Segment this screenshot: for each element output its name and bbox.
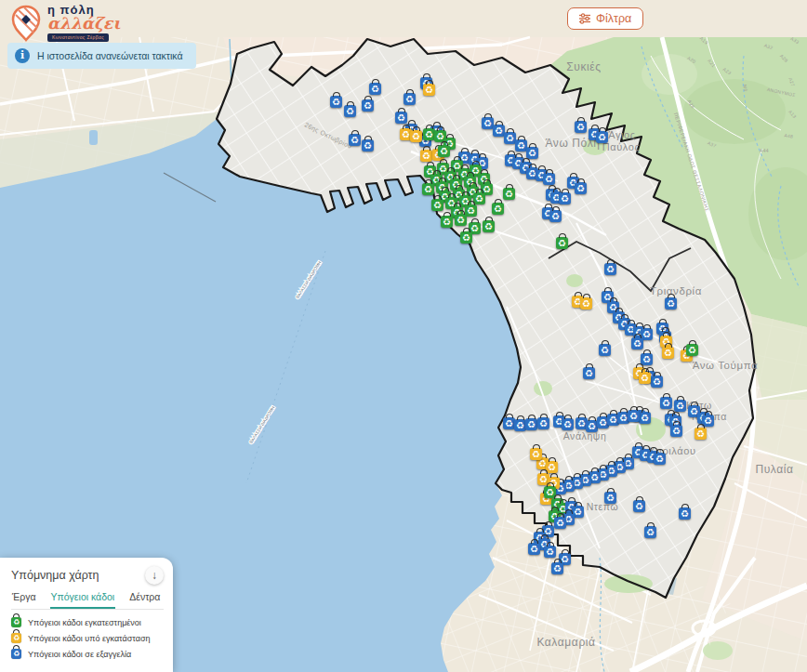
bin-marker-announced[interactable]: ♻	[596, 131, 608, 143]
bin-installed-icon: ♻	[11, 617, 21, 627]
bin-marker-announced[interactable]: ♻	[525, 418, 537, 430]
info-icon: i	[15, 48, 30, 63]
bin-marker-announced[interactable]: ♻	[543, 173, 555, 185]
tab-dentra[interactable]: Δέντρα	[128, 591, 161, 609]
bin-marker-announced[interactable]: ♻	[641, 353, 653, 365]
bin-marker-installed[interactable]: ♻	[460, 231, 472, 244]
bin-marker-announced[interactable]: ♻	[559, 192, 571, 204]
bin-marker-installed[interactable]: ♻	[556, 237, 568, 249]
bin-marker-installed[interactable]: ♻	[483, 220, 495, 232]
filters-button[interactable]: Φίλτρα	[567, 7, 643, 30]
bin-marker-announced[interactable]: ♻	[670, 425, 682, 437]
bin-marker-announced[interactable]: ♻	[604, 263, 616, 275]
bin-marker-installed[interactable]: ♻	[455, 214, 467, 226]
bin-marker-announced[interactable]: ♻	[369, 83, 381, 95]
logo-pin-icon	[9, 4, 43, 46]
bin-marker-announced[interactable]: ♻	[554, 517, 566, 529]
bin-marker-under-installation[interactable]: ♻	[530, 448, 542, 460]
info-banner-text: Η ιστοσελίδα ανανεώνεται τακτικά	[37, 50, 183, 61]
bin-marker-under-installation[interactable]: ♻	[695, 428, 707, 440]
bin-marker-announced[interactable]: ♻	[654, 453, 666, 465]
legend-collapse-button[interactable]: ↓	[145, 566, 164, 585]
bin-marker-announced[interactable]: ♻	[575, 121, 587, 133]
bin-marker-installed[interactable]: ♻	[473, 192, 485, 204]
bin-marker-announced[interactable]: ♻	[599, 344, 611, 356]
bin-marker-announced[interactable]: ♻	[362, 139, 374, 152]
area-label: Πυλαία	[755, 463, 793, 476]
bin-marker-announced[interactable]: ♻	[674, 400, 686, 412]
area-label: Άνω Τούμπα	[693, 360, 759, 371]
bin-marker-announced[interactable]: ♻	[544, 546, 556, 558]
bin-announced-icon: ♻	[11, 649, 21, 659]
bin-under-construction-icon: ♻	[11, 633, 21, 643]
bin-marker-announced[interactable]: ♻	[644, 526, 656, 538]
bin-marker-announced[interactable]: ♻	[349, 134, 361, 146]
legend-item-announced: ♻ Υπόγειοι κάδοι σε εξαγγελία	[11, 649, 164, 659]
bin-marker-announced[interactable]: ♻	[526, 147, 538, 159]
bin-marker-announced[interactable]: ♻	[583, 367, 595, 379]
bin-marker-announced[interactable]: ♻	[575, 182, 587, 194]
legend-panel: Υπόμνημα χάρτη ↓ Έργα Υπόγειοι κάδοι Δέν…	[0, 558, 173, 672]
bin-marker-under-installation[interactable]: ♻	[580, 297, 592, 310]
bin-marker-announced[interactable]: ♻	[639, 412, 651, 424]
road-label: A44	[760, 148, 769, 153]
bin-marker-installed[interactable]: ♻	[686, 344, 698, 356]
bin-marker-announced[interactable]: ♻	[362, 99, 374, 112]
bin-marker-announced[interactable]: ♻	[330, 96, 342, 108]
bin-marker-under-installation[interactable]: ♻	[410, 130, 422, 142]
bin-marker-announced[interactable]: ♻	[395, 112, 407, 124]
bin-marker-announced[interactable]: ♻	[344, 105, 356, 117]
bin-marker-installed[interactable]: ♻	[465, 204, 477, 217]
bin-marker-installed[interactable]: ♻	[492, 203, 504, 215]
bin-marker-announced[interactable]: ♻	[537, 417, 549, 429]
bin-marker-announced[interactable]: ♻	[651, 376, 663, 388]
bin-marker-installed[interactable]: ♻	[441, 216, 453, 228]
bin-marker-installed[interactable]: ♻	[503, 188, 515, 200]
legend-item-under-installation: ♻ Υπόγειοι κάδοι υπό εγκατάσταση	[11, 633, 164, 643]
bin-marker-under-installation[interactable]: ♻	[639, 372, 651, 384]
bin-marker-announced[interactable]: ♻	[660, 397, 672, 409]
bin-marker-under-installation[interactable]: ♻	[546, 461, 558, 473]
bin-marker-announced[interactable]: ♻	[562, 418, 574, 430]
logo-line2: αλλάζει	[47, 16, 121, 33]
bin-marker-announced[interactable]: ♻	[665, 297, 677, 310]
logo-badge: Κωνσταντίνος Ζέρβας	[47, 33, 109, 41]
area-label: Καλαμαριά	[536, 636, 595, 649]
bin-marker-under-installation[interactable]: ♻	[662, 347, 674, 359]
bin-marker-announced[interactable]: ♻	[633, 500, 645, 512]
bin-marker-installed[interactable]: ♻	[431, 199, 443, 211]
area-label: Συκιές	[566, 60, 601, 73]
legend-tabs: Έργα Υπόγειοι κάδοι Δέντρα	[11, 591, 164, 610]
bin-marker-under-installation[interactable]: ♻	[420, 150, 432, 162]
legend-item-installed: ♻ Υπόγειοι κάδοι εγκατεστημένοι	[11, 617, 164, 627]
bin-marker-announced[interactable]: ♻	[604, 492, 616, 504]
bin-marker-announced[interactable]: ♻	[528, 543, 540, 555]
bin-marker-announced[interactable]: ♻	[551, 562, 563, 574]
area-label: Τριανδρία	[650, 285, 702, 296]
site-logo[interactable]: η πόλη αλλάζει Κωνσταντίνος Ζέρβας	[9, 4, 121, 46]
bin-marker-installed[interactable]: ♻	[422, 183, 434, 195]
filters-button-label: Φίλτρα	[596, 12, 631, 25]
bin-marker-announced[interactable]: ♻	[679, 507, 691, 520]
area-label: Άγιος	[608, 129, 636, 140]
area-label: Ανάληψη	[563, 430, 607, 441]
bin-marker-announced[interactable]: ♻	[631, 337, 643, 349]
bin-marker-installed[interactable]: ♻	[438, 145, 450, 157]
info-banner: i Η ιστοσελίδα ανανεώνεται τακτικά	[7, 43, 196, 69]
sliders-icon	[579, 13, 590, 24]
legend-title: Υπόμνημα χάρτη	[11, 569, 99, 582]
bin-marker-announced[interactable]: ♻	[549, 210, 562, 222]
bin-marker-announced[interactable]: ♻	[404, 93, 416, 105]
tab-erga[interactable]: Έργα	[11, 591, 37, 609]
bin-marker-announced[interactable]: ♻	[628, 410, 640, 422]
area-label: Παύλος	[602, 141, 641, 152]
tab-ypogeioi-kadoi[interactable]: Υπόγειοι κάδοι	[50, 591, 116, 609]
bin-marker-under-installation[interactable]: ♻	[423, 84, 435, 96]
